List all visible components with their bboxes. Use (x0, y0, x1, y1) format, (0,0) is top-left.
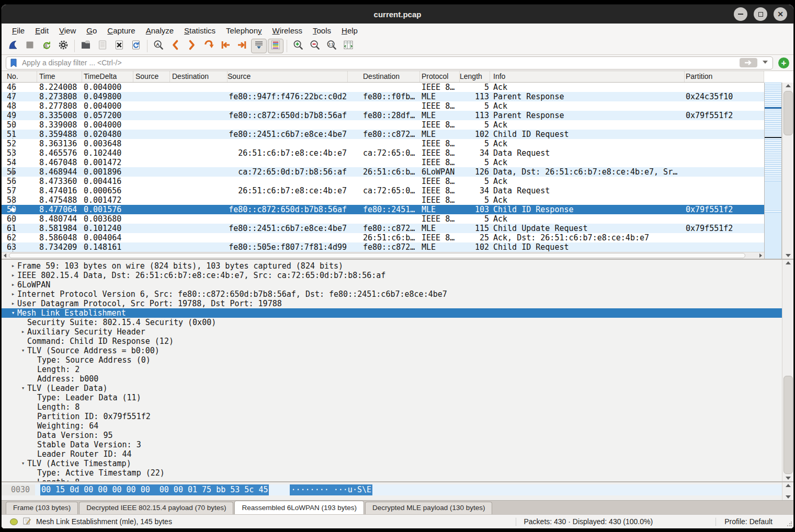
packet-row-49[interactable]: 498.3350080.057200fe80::c872:650d:b7b8:5… (2, 111, 764, 120)
close-file-button[interactable] (111, 39, 127, 53)
menu-statistics[interactable]: Statistics (179, 25, 221, 36)
detail-line[interactable]: Stable Data Version: 3 (2, 440, 793, 449)
close-button[interactable]: ✕ (774, 7, 787, 21)
resize-columns-button[interactable] (340, 39, 356, 53)
hex-scroll-up[interactable] (786, 484, 791, 487)
go-last-button[interactable] (234, 39, 250, 53)
menu-go[interactable]: Go (81, 25, 102, 36)
detail-line[interactable]: ▸Internet Protocol Version 6, Src: fe80:… (2, 290, 793, 299)
go-to-packet-button[interactable] (201, 39, 217, 53)
intelligent-scrollbar-minimap[interactable] (764, 83, 782, 259)
detail-line[interactable]: ▸Auxiliary Security Header (2, 327, 793, 337)
detail-line[interactable]: Partition ID: 0x79f551f2 (2, 412, 793, 421)
go-back-button[interactable] (167, 39, 183, 53)
hex-vscrollbar[interactable] (782, 482, 793, 500)
expert-info-icon[interactable] (10, 518, 18, 525)
column-header-info[interactable]: Info (490, 71, 685, 82)
details-scroll-up[interactable] (786, 261, 791, 264)
menu-tools[interactable]: Tools (308, 25, 336, 36)
column-header-source[interactable]: Source (133, 71, 170, 82)
filter-dropdown-caret[interactable] (763, 61, 768, 64)
hex-scroll-down[interactable] (786, 495, 791, 499)
zoom-out-button[interactable] (307, 39, 323, 53)
byte-view-tab-2[interactable]: Reassembled 6LoWPAN (193 bytes) (234, 501, 364, 514)
capture-comment-icon[interactable] (23, 517, 31, 526)
detail-line[interactable]: ▸IEEE 802.15.4 Data, Dst: 26:51:c6:b7:e8… (2, 271, 793, 280)
packet-row-53[interactable]: 538.4655760.10244026:51:c6:b7:e8:ce:4b:e… (2, 148, 764, 158)
title-bar[interactable]: current.pcap ✕ (2, 5, 793, 24)
packet-row-50[interactable]: 508.3390080.004000IEEE 8…5Ack (2, 120, 764, 130)
menu-help[interactable]: Help (336, 25, 363, 36)
expander-expanded-icon[interactable]: ▾ (19, 346, 27, 355)
detail-line[interactable]: ▾TLV (Leader Data) (2, 384, 793, 393)
detail-line[interactable]: ▾TLV (Active Timestamp) (2, 459, 793, 468)
column-header-timedelta[interactable]: TimeDelta (82, 71, 133, 82)
details-scroll-down[interactable] (786, 477, 791, 480)
packet-row-48[interactable]: 488.2778080.004000IEEE 8…5Ack (2, 101, 764, 111)
maximize-button[interactable] (754, 7, 767, 21)
hex-ascii-selected[interactable]: ········ ···u·S\E (290, 484, 372, 495)
restart-capture-button[interactable] (39, 39, 54, 53)
packet-row-63[interactable]: 638.7342090.148161fe80::505e:f807:7f81:4… (2, 242, 764, 252)
packet-row-55[interactable]: 558.4689440.001896ca:72:65:0d:b7:b8:56:a… (2, 167, 764, 177)
filter-bookmark-icon[interactable] (10, 59, 17, 70)
byte-view-tab-1[interactable]: Decrypted IEEE 802.15.4 payload (70 byte… (79, 502, 233, 514)
packet-row-62[interactable]: 628.5860480.00406426:51:c6:b…IEEE 8…25Ac… (2, 233, 764, 242)
packet-row-46[interactable]: 468.2240080.004000IEEE 8…5Ack (2, 83, 764, 92)
packet-row-57[interactable]: 578.4740160.00065626:51:c6:b7:e8:ce:4b:e… (2, 186, 764, 195)
menu-wireless[interactable]: Wireless (267, 25, 308, 36)
find-packet-button[interactable]: A (151, 39, 166, 53)
detail-line[interactable]: ▸User Datagram Protocol, Src Port: 19788… (2, 299, 793, 308)
menu-edit[interactable]: Edit (30, 25, 54, 36)
resize-grip[interactable] (787, 522, 792, 527)
save-file-button[interactable] (95, 39, 110, 53)
detail-line[interactable]: Type: Active Timestamp (22) (2, 468, 793, 478)
column-header-source[interactable]: Source (228, 71, 348, 82)
expander-expanded-icon[interactable]: ▾ (9, 308, 17, 318)
detail-line[interactable]: Address: b000 (2, 374, 793, 384)
details-vscrollbar[interactable] (782, 260, 793, 481)
minimize-button[interactable] (734, 7, 747, 21)
packet-list-vscrollbar[interactable] (782, 83, 793, 259)
detail-line[interactable]: Type: Leader Data (11) (2, 393, 793, 402)
expander-collapsed-icon[interactable]: ▸ (19, 327, 27, 337)
detail-line[interactable]: Weighting: 64 (2, 421, 793, 431)
hscroll-right-arrow[interactable] (759, 253, 762, 258)
byte-view-tab-0[interactable]: Frame (103 bytes) (6, 502, 78, 514)
column-header-length[interactable]: Length (460, 71, 490, 82)
packet-row-60[interactable]: 608.4807440.003680IEEE 8…5Ack (2, 214, 764, 224)
column-header-time[interactable]: Time (37, 71, 82, 82)
zoom-in-button[interactable] (290, 39, 306, 53)
detail-line[interactable]: Length: 8 (2, 478, 793, 481)
vscroll-thumb[interactable] (783, 91, 793, 135)
wireshark-start-button[interactable] (5, 39, 21, 53)
auto-scroll-button[interactable] (251, 39, 267, 53)
hex-bytes-selected[interactable]: 00 15 0d 00 00 00 00 00 00 00 01 75 bb 5… (40, 484, 269, 495)
detail-line[interactable]: ▸Frame 59: 103 bytes on wire (824 bits),… (2, 261, 793, 271)
hscroll-left-arrow[interactable] (4, 253, 6, 258)
packet-row-54[interactable]: 548.4670480.001472IEEE 8…5Ack (2, 158, 764, 167)
expander-expanded-icon[interactable]: ▾ (19, 459, 27, 468)
menu-view[interactable]: View (54, 25, 81, 36)
detail-line[interactable]: Data Version: 95 (2, 431, 793, 440)
packet-row-47[interactable]: 478.2738080.049800fe80::947f:f476:22bc:c… (2, 92, 764, 101)
reload-file-button[interactable] (128, 39, 144, 53)
packet-row-51[interactable]: 518.3594880.020480fe80::2451:c6b7:e8ce:4… (2, 130, 764, 139)
packet-row-59[interactable]: 598.4770640.001576fe80::c872:650d:b7b8:5… (2, 205, 764, 214)
go-forward-button[interactable] (184, 39, 200, 53)
detail-line[interactable]: ▾TLV (Source Address = b0:00) (2, 346, 793, 355)
packet-row-56[interactable]: 568.4733600.004416IEEE 8…5Ack (2, 177, 764, 186)
hscroll-thumb[interactable] (9, 253, 745, 258)
expander-collapsed-icon[interactable]: ▸ (9, 261, 17, 271)
detail-line[interactable]: Leader Router ID: 44 (2, 449, 793, 459)
packet-row-52[interactable]: 528.3631360.003648IEEE 8…5Ack (2, 139, 764, 148)
capture-options-button[interactable] (55, 39, 71, 53)
packet-row-61[interactable]: 618.5819840.101240fe80::2451:c6b7:e8ce:4… (2, 224, 764, 233)
column-header-destination[interactable]: Destination (170, 71, 228, 82)
column-header-no[interactable]: No. (2, 71, 37, 82)
menu-capture[interactable]: Capture (102, 25, 140, 36)
display-filter-input[interactable] (6, 56, 773, 70)
byte-view-tab-3[interactable]: Decrypted MLE payload (130 bytes) (365, 502, 492, 514)
detail-line[interactable]: Type: Source Address (0) (2, 355, 793, 365)
open-file-button[interactable] (78, 39, 94, 53)
